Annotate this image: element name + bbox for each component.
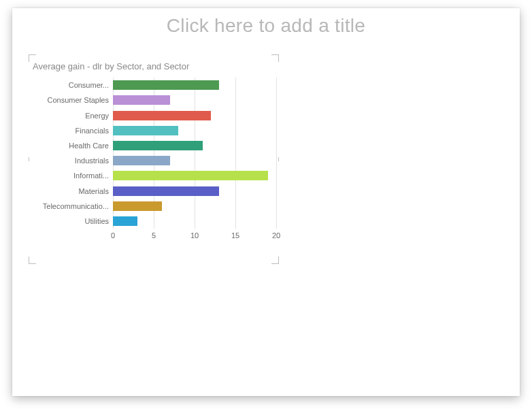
chart-plot-area: Consumer...Consumer StaplesEnergyFinanci… <box>31 78 276 248</box>
chart-bar-fill <box>113 126 178 135</box>
selection-handle-icon <box>29 257 36 264</box>
chart-y-tick-label: Industrials <box>33 156 109 165</box>
chart-x-tick-label: 0 <box>111 231 115 240</box>
chart-bar[interactable] <box>113 216 137 226</box>
chart-bar[interactable] <box>113 156 170 165</box>
chart-gridline <box>235 78 236 229</box>
chart-y-tick-label: Materials <box>33 186 109 196</box>
chart-bar-fill <box>113 111 211 120</box>
chart-bar-fill <box>113 171 268 180</box>
chart-y-tick-label: Health Care <box>33 141 109 150</box>
chart-title: Average gain - dlr by Sector, and Sector <box>31 57 276 78</box>
report-canvas: Click here to add a title Average gain -… <box>12 8 520 396</box>
chart-y-tick-label: Informati... <box>33 171 109 180</box>
chart-gridline <box>195 78 195 229</box>
chart-x-tick-label: 20 <box>272 231 280 240</box>
chart-bar[interactable] <box>113 171 268 180</box>
chart-bar-fill <box>113 201 162 211</box>
chart-x-axis: 05101520 <box>113 231 276 241</box>
chart-y-tick-label: Telecommunicatio... <box>33 201 109 211</box>
chart-x-tick-label: 10 <box>190 231 199 240</box>
chart-bar-fill <box>113 186 219 196</box>
chart-bar-fill <box>113 216 137 226</box>
chart-y-tick-label: Utilities <box>33 216 109 226</box>
chart-bar-fill <box>113 95 170 105</box>
report-title-placeholder[interactable]: Click here to add a title <box>12 15 520 37</box>
selection-handle-icon <box>29 54 36 62</box>
chart-visual[interactable]: Average gain - dlr by Sector, and Sector… <box>31 57 276 261</box>
chart-bar[interactable] <box>113 201 162 211</box>
chart-x-tick-label: 15 <box>231 231 239 240</box>
chart-y-tick-label: Consumer Staples <box>33 95 109 105</box>
chart-bar[interactable] <box>113 95 170 105</box>
chart-gridline <box>276 78 277 229</box>
chart-x-tick-label: 5 <box>152 231 156 240</box>
chart-bar[interactable] <box>113 80 219 90</box>
chart-y-tick-label: Energy <box>33 111 109 120</box>
chart-y-tick-label: Financials <box>33 126 109 135</box>
chart-bar-fill <box>113 141 203 150</box>
chart-bar[interactable] <box>113 186 219 196</box>
selection-handle-icon <box>271 257 279 264</box>
chart-bar-fill <box>113 80 219 90</box>
chart-bars-area: Consumer...Consumer StaplesEnergyFinanci… <box>113 78 276 229</box>
chart-bar-fill <box>113 156 170 165</box>
chart-y-tick-label: Consumer... <box>33 80 109 90</box>
chart-bar[interactable] <box>113 126 178 135</box>
chart-bar[interactable] <box>113 141 203 150</box>
chart-bar[interactable] <box>113 111 211 120</box>
selection-handle-icon <box>271 54 279 62</box>
